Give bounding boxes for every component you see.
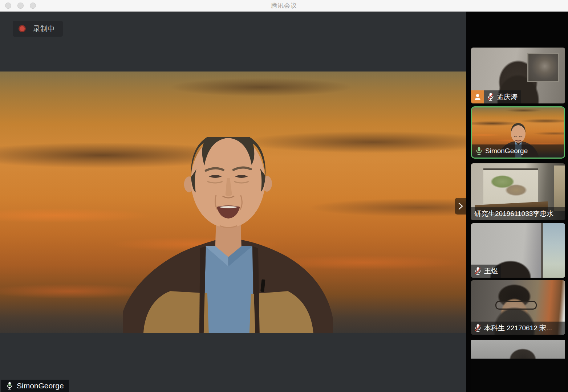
mic-on-icon xyxy=(6,381,13,390)
glasses xyxy=(495,301,537,310)
participant-tile-active[interactable]: SimonGeorge xyxy=(471,106,565,159)
participant-name: 王煜 xyxy=(484,266,498,276)
active-speaker-label: SimonGeorge xyxy=(1,380,69,392)
room-window xyxy=(541,223,565,278)
participant-tile[interactable]: 研究生2019611033李忠水 xyxy=(471,163,565,220)
main-video xyxy=(0,72,466,333)
active-speaker-name: SimonGeorge xyxy=(17,381,64,390)
recording-label: 录制中 xyxy=(33,24,55,34)
minimize-window-button[interactable] xyxy=(17,3,24,9)
participant-name: 孟庆涛 xyxy=(497,92,518,102)
mic-muted-icon xyxy=(474,324,482,332)
mic-on-icon xyxy=(475,147,483,155)
participant-name: 本科生 22170612 宋... xyxy=(484,323,552,333)
wall-map-side xyxy=(554,166,565,211)
participant-name: SimonGeorge xyxy=(485,147,528,155)
recording-badge[interactable]: 录制中 xyxy=(13,21,63,37)
recording-dot-icon xyxy=(19,25,26,32)
participant-tile[interactable]: 孟庆涛 xyxy=(471,48,565,103)
participant-label: 本科生 22170612 宋... xyxy=(471,322,565,335)
mic-muted-icon xyxy=(487,93,494,101)
main-stage: 录制中 xyxy=(0,12,466,392)
person-icon xyxy=(474,93,482,101)
participants-sidebar: 孟庆涛 xyxy=(466,12,568,392)
participant-tile[interactable]: 王煜 xyxy=(471,223,565,278)
zoom-window-button[interactable] xyxy=(30,3,36,9)
traffic-lights xyxy=(5,3,36,9)
titlebar: 腾讯会议 xyxy=(0,0,568,12)
sidebar-collapse-tab[interactable] xyxy=(455,198,466,215)
participant-label: SimonGeorge xyxy=(472,144,564,158)
main-video-person xyxy=(109,137,348,333)
participant-tile-partial[interactable] xyxy=(471,339,565,392)
wall-art xyxy=(527,53,559,82)
close-window-button[interactable] xyxy=(5,3,11,9)
participant-label: 研究生2019611033李忠水 xyxy=(471,207,565,220)
meeting-window: 腾讯会议 录制中 xyxy=(0,0,568,392)
participant-name: 研究生2019611033李忠水 xyxy=(474,209,553,219)
participant-tile[interactable]: 本科生 22170612 宋... xyxy=(471,280,565,335)
window-title: 腾讯会议 xyxy=(0,1,568,10)
participant-label: 孟庆涛 xyxy=(484,90,521,103)
participant-label: 王煜 xyxy=(471,265,501,278)
mic-muted-icon xyxy=(474,267,482,275)
wall-map xyxy=(483,168,538,204)
chevron-right-icon xyxy=(458,202,463,210)
participant-video xyxy=(471,340,565,359)
host-badge xyxy=(471,90,484,103)
